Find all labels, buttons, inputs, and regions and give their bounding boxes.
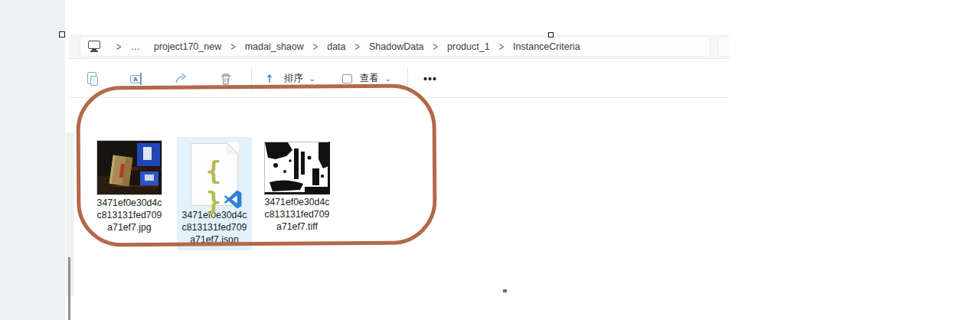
this-pc-monitor-icon[interactable]: [88, 41, 101, 52]
breadcrumb[interactable]: > … project170_new > madai_shaow > data …: [80, 36, 710, 57]
selection-handle[interactable]: [548, 32, 554, 38]
more-options-button[interactable]: •••: [419, 68, 442, 90]
address-bar-strip: > … project170_new > madai_shaow > data …: [69, 34, 729, 59]
rename-icon: A: [130, 72, 144, 86]
chevron-right-icon: >: [492, 41, 511, 52]
chevron-right-icon: >: [305, 41, 325, 52]
selection-handle[interactable]: [59, 31, 65, 38]
hand-drawn-highlight-rectangle: [76, 83, 436, 247]
sort-label: 排序: [284, 72, 303, 85]
document-left-gutter: [0, 0, 65, 320]
breadcrumb-item-madai_shaow[interactable]: madai_shaow: [243, 39, 305, 54]
chevron-right-icon: >: [426, 41, 446, 52]
chevron-right-icon: >: [348, 41, 368, 52]
chevron-down-icon: ⌄: [384, 75, 392, 83]
vertical-scrollbar[interactable]: [66, 132, 74, 296]
scrollbar-thumb[interactable]: [68, 257, 70, 320]
screenshot-canvas: > … project170_new > madai_shaow > data …: [0, 0, 980, 320]
breadcrumb-overflow[interactable]: …: [129, 39, 142, 54]
paste-icon: [86, 72, 100, 86]
breadcrumb-item-data[interactable]: data: [325, 39, 347, 54]
paste-button[interactable]: [81, 67, 104, 90]
share-icon: [175, 72, 188, 86]
chevron-right-icon: >: [223, 41, 243, 52]
search-box-cropped[interactable]: [718, 36, 729, 57]
stray-dot: [503, 289, 507, 292]
chevron-down-icon: ⌄: [308, 75, 316, 83]
more-ellipsis-icon: •••: [423, 73, 437, 85]
sort-icon: [266, 72, 279, 86]
view-icon: [341, 72, 355, 86]
breadcrumb-item-project170_new[interactable]: project170_new: [152, 39, 223, 54]
view-label: 查看: [360, 72, 379, 85]
breadcrumb-item-product_1[interactable]: product_1: [446, 39, 492, 54]
chevron-right-icon: >: [109, 41, 129, 52]
delete-trash-icon: [219, 72, 233, 86]
breadcrumb-item-instancecriteria[interactable]: InstanceCriteria: [511, 39, 582, 54]
breadcrumb-item-shadowdata[interactable]: ShadowData: [368, 39, 426, 54]
